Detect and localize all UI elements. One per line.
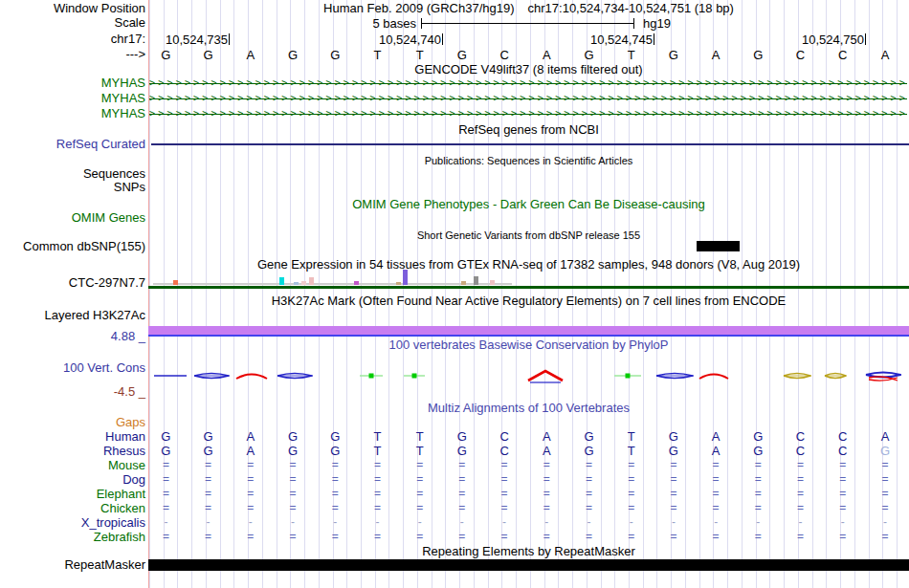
gencode-item-label[interactable]: MYHAS xyxy=(101,76,145,90)
multiz-align-mark: = xyxy=(290,487,297,500)
multiz-align-mark: = xyxy=(543,530,550,543)
multiz-align-mark: = xyxy=(332,458,339,471)
multiz-align-mark: = xyxy=(416,501,423,514)
omim-genes-label[interactable]: OMIM Genes xyxy=(72,211,145,225)
multiz-align-mark: = xyxy=(586,472,592,486)
gtex-tissue-bar[interactable] xyxy=(396,282,401,285)
multiz-align-mark: = xyxy=(163,530,169,543)
gtex-tissue-bar[interactable] xyxy=(173,280,178,285)
dbsnp-track-title[interactable]: Short Genetic Variants from dbSNP releas… xyxy=(148,229,909,242)
multiz-base: G xyxy=(753,444,763,458)
dbsnp-variant-box[interactable] xyxy=(697,241,740,251)
gtex-tissue-bar[interactable] xyxy=(309,277,314,285)
gene-direction-arrows[interactable]: >>>>>>>>>>>>>>>>>>>>>>>>>>>>>>>>>>>>>>>>… xyxy=(149,106,907,121)
refseq-gene-line[interactable] xyxy=(151,143,909,145)
gencode-item-label[interactable]: MYHAS xyxy=(101,92,145,105)
multiz-align-mark: = xyxy=(205,458,211,471)
multiz-gap-mark: - xyxy=(714,515,718,529)
multiz-align-mark: = xyxy=(881,487,888,500)
multiz-base: G xyxy=(330,429,340,444)
publications-track-title[interactable]: Publications: Sequences in Scientific Ar… xyxy=(148,154,909,167)
coordinate-tick xyxy=(442,33,443,45)
multiz-species-label[interactable]: Chicken xyxy=(100,502,145,515)
dbsnp-label[interactable]: Common dbSNP(155) xyxy=(23,240,145,253)
multiz-track-title[interactable]: Multiz Alignments of 100 Vertebrates xyxy=(148,402,909,415)
multiz-gap-mark: - xyxy=(672,515,676,529)
refseq-curated-label[interactable]: RefSeq Curated xyxy=(56,138,145,151)
multiz-base: G xyxy=(288,444,298,458)
multiz-base: G xyxy=(161,444,170,458)
phylop-glyph xyxy=(527,369,564,384)
gtex-tissue-bar[interactable] xyxy=(294,282,299,285)
header-title: Human Feb. 2009 (GRCh37/hg19) chr17:10,5… xyxy=(148,1,909,15)
multiz-align-mark: = xyxy=(501,530,508,543)
gene-direction-arrows[interactable]: >>>>>>>>>>>>>>>>>>>>>>>>>>>>>>>>>>>>>>>>… xyxy=(149,91,907,106)
multiz-gap-mark: - xyxy=(164,515,167,529)
sequence-base: T xyxy=(416,48,424,62)
multiz-species-label[interactable]: Mouse xyxy=(108,459,145,472)
repeatmasker-label[interactable]: RepeatMasker xyxy=(64,558,145,572)
h3k27ac-label[interactable]: Layered H3K27Ac xyxy=(44,309,145,322)
conservation-label[interactable]: 100 Vert. Cons xyxy=(63,361,145,375)
multiz-align-mark: = xyxy=(755,472,762,486)
multiz-base: G xyxy=(457,429,467,444)
gencode-item-label[interactable]: MYHAS xyxy=(101,107,145,120)
gtex-tissue-bar[interactable] xyxy=(461,281,466,285)
conservation-track-title[interactable]: 100 vertebrates Basewise Conservation by… xyxy=(148,338,909,352)
gtex-tissue-bar[interactable] xyxy=(490,280,495,285)
multiz-align-mark: = xyxy=(713,487,720,500)
gtex-tissue-bar[interactable] xyxy=(474,276,478,285)
repeatmasker-element-bar[interactable] xyxy=(148,559,909,571)
genome-browser-image: Window Position Human Feb. 2009 (GRCh37/… xyxy=(0,0,909,588)
gtex-tissue-bar[interactable] xyxy=(354,281,359,285)
multiz-align-mark: = xyxy=(290,472,297,486)
multiz-species-label[interactable]: X_tropicalis xyxy=(81,516,145,530)
multiz-align-mark: = xyxy=(290,501,297,514)
phylop-glyph xyxy=(403,369,426,384)
gtex-track-title[interactable]: Gene Expression in 54 tissues from GTEx … xyxy=(148,258,909,272)
phylop-glyph xyxy=(698,369,729,384)
multiz-species-label[interactable]: Human xyxy=(105,430,145,444)
multiz-align-mark: = xyxy=(501,501,508,514)
assembly-title: Human Feb. 2009 (GRCh37/hg19) xyxy=(323,1,514,15)
multiz-align-mark: = xyxy=(839,530,846,543)
gtex-tissue-bar[interactable] xyxy=(403,270,408,285)
phylop-glyph xyxy=(193,369,230,384)
phylop-glyph xyxy=(359,369,384,384)
h3k27ac-signal-bar[interactable] xyxy=(148,326,909,335)
gtex-tissue-bar[interactable] xyxy=(279,277,284,285)
gtex-gene-label[interactable]: CTC-297N7.7 xyxy=(69,276,145,290)
multiz-species-label[interactable]: Dog xyxy=(122,473,145,487)
multiz-align-mark: = xyxy=(416,487,423,500)
snps-label[interactable]: SNPs xyxy=(114,181,145,194)
scale-text: 5 bases xyxy=(372,16,416,31)
refseq-track-title[interactable]: RefSeq genes from NCBI xyxy=(148,123,909,137)
sequence-base: G xyxy=(204,48,213,62)
gene-direction-arrows[interactable]: >>>>>>>>>>>>>>>>>>>>>>>>>>>>>>>>>>>>>>>>… xyxy=(149,76,907,91)
multiz-align-mark: = xyxy=(586,458,592,471)
multiz-align-mark: = xyxy=(458,472,465,486)
gtex-tissue-bar[interactable] xyxy=(301,281,306,285)
coordinate-label: 10,524,740 xyxy=(379,33,441,47)
multiz-align-mark: = xyxy=(501,472,508,486)
multiz-align-mark: = xyxy=(416,472,423,486)
multiz-align-mark: = xyxy=(163,501,169,514)
gencode-track-title[interactable]: GENCODE V49lift37 (8 items filtered out) xyxy=(148,63,909,76)
multiz-species-label[interactable]: Zebrafish xyxy=(94,531,145,544)
strand-direction-label[interactable]: ---> xyxy=(125,48,145,61)
coordinate-label: 10,524,750 xyxy=(802,33,864,47)
multiz-species-label[interactable]: Rhesus xyxy=(103,445,145,458)
gtex-gene-model-line[interactable] xyxy=(148,286,909,289)
multiz-align-mark: = xyxy=(247,472,254,486)
multiz-align-mark: = xyxy=(458,458,465,471)
h3k27ac-track-title[interactable]: H3K27Ac Mark (Often Found Near Active Re… xyxy=(148,294,909,308)
multiz-species-label[interactable]: Elephant xyxy=(97,488,145,501)
omim-track-title[interactable]: OMIM Gene Phenotypes - Dark Green Can Be… xyxy=(148,198,909,211)
sequence-base: C xyxy=(838,48,847,62)
multiz-species-label[interactable]: Gaps xyxy=(116,416,145,429)
multiz-align-mark: = xyxy=(713,530,720,543)
coordinate-tick xyxy=(229,33,230,45)
sequences-label[interactable]: Sequences xyxy=(83,167,145,181)
multiz-gap-mark: - xyxy=(588,515,591,529)
repeatmasker-track-title[interactable]: Repeating Elements by RepeatMasker xyxy=(148,545,909,558)
